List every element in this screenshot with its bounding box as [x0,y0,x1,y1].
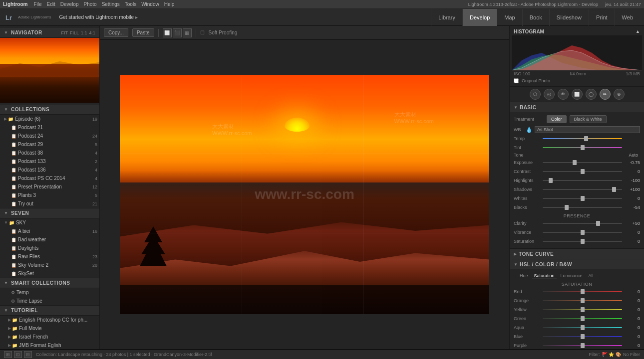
menu-develop[interactable]: Develop [60,1,79,7]
menu-edit[interactable]: Edit [47,1,55,7]
folder-podcast21[interactable]: 📋 Podcast 21 [0,123,99,132]
temp-slider[interactable] [543,138,622,139]
hsl-section-header[interactable]: ▼ HSL / Color / B&W [510,259,644,269]
color-treatment-btn[interactable]: Color [547,115,567,123]
zoom-4-1[interactable]: 4:1 [89,30,95,35]
exposure-thumb[interactable] [573,160,577,165]
compare-view-btn-status[interactable]: ⊟ [24,351,32,358]
folder-podcast133[interactable]: 📋 Podcast 133 2 [0,157,99,166]
saturation-slider[interactable] [543,241,622,242]
histogram-expand-btn[interactable]: ▲ [636,29,640,34]
aqua-slider[interactable] [543,327,622,328]
collections-header[interactable]: ▼ Collections [0,105,99,115]
red-slider[interactable] [543,291,622,292]
folder-skyvolume2[interactable]: 📋 Sky Volume 2 28 [0,261,99,269]
folder-jmb[interactable]: ▶ 📁 JMB Format Eglish [0,341,99,349]
hsl-tab-saturation[interactable]: Saturation [532,273,557,279]
navigator-header[interactable]: ▼ Navigator FIT FILL 1:1 4:1 [0,28,99,38]
orange-slider[interactable] [543,300,622,301]
loupe-view-btn[interactable]: ⬜ [163,28,172,37]
compare-view-btn[interactable]: ⬛ [173,28,182,37]
menu-settings[interactable]: Settings [102,1,120,7]
exposure-slider[interactable] [543,162,622,163]
spot-removal-btn[interactable]: ◎ [544,89,555,100]
zoom-fit[interactable]: FIT [61,30,68,35]
tab-library[interactable]: Library [431,9,462,26]
folder-plants[interactable]: 📋 Plants 3 5 [0,191,99,199]
vibrance-slider[interactable] [543,232,622,233]
contrast-thumb[interactable] [581,169,585,174]
vibrance-thumb[interactable] [581,230,585,235]
get-started-link[interactable]: Get started with Lightroom mobile ▸ [59,14,137,20]
aqua-thumb[interactable] [581,325,585,330]
folder-israel[interactable]: ▶ 📁 Israel French [0,333,99,341]
clarity-slider[interactable] [543,223,622,224]
folder-daylights[interactable]: 📋 Daylights [0,244,99,252]
tab-book[interactable]: Book [522,9,549,26]
folder-fullmovie[interactable]: ▶ 📁 Full Movie [0,324,99,333]
folder-skyset[interactable]: 📋 SkySet [0,269,99,278]
auto-btn[interactable]: Auto [627,153,640,158]
whites-slider[interactable] [543,198,622,199]
menu-file[interactable]: File [33,1,41,7]
redeye-btn[interactable]: 👁 [558,89,569,100]
zoom-fill[interactable]: FILL [70,30,79,35]
clarity-thumb[interactable] [596,221,600,226]
target-btn[interactable]: ⊕ [614,89,625,100]
wb-eyedropper-btn[interactable]: 💧 [526,127,533,133]
bw-treatment-btn[interactable]: Black & White [570,115,607,123]
tint-slider[interactable] [543,147,622,148]
purple-thumb[interactable] [581,343,585,348]
copy-button[interactable]: Copy... [104,28,128,37]
shadows-thumb[interactable] [612,187,616,192]
radial-filter-btn[interactable]: ◯ [586,89,597,100]
blacks-thumb[interactable] [565,205,569,210]
folder-badweather[interactable]: 📋 Bad weather [0,235,99,244]
tab-print[interactable]: Print [589,9,615,26]
folder-abiei[interactable]: 📋 A biei 16 [0,227,99,235]
folder-podcast24[interactable]: 📋 Podcast 24 24 [0,132,99,140]
folder-podcast38[interactable]: 📋 Podcast 38 4 [0,149,99,157]
navigator-preview[interactable] [0,38,99,103]
original-photo-checkbox[interactable] [514,78,519,83]
adjustment-brush-btn[interactable]: ✏ [600,89,611,100]
graduated-filter-btn[interactable]: ⬜ [572,89,583,100]
tab-map[interactable]: Map [497,9,522,26]
menu-help[interactable]: Help [164,1,175,7]
zoom-1-1[interactable]: 1:1 [81,30,87,35]
hsl-tab-all[interactable]: All [587,273,596,279]
blacks-slider[interactable] [543,207,622,208]
smartcollections-header[interactable]: ▼ Smart Collections [0,278,99,288]
green-thumb[interactable] [581,316,585,321]
contrast-slider[interactable] [543,171,622,172]
folder-temp[interactable]: ⚙ Temp [0,288,99,297]
blue-slider[interactable] [543,336,622,337]
folder-preset[interactable]: 📋 Preset Presentation 12 [0,182,99,191]
folder-podcast29[interactable]: 📋 Podcast 29 5 [0,140,99,149]
whites-thumb[interactable] [581,196,585,201]
seven-header[interactable]: ▼ Seven [0,208,99,218]
menu-tools[interactable]: Tools [125,1,136,7]
folder-podcast-ps[interactable]: 📋 Podcast PS CC 2014 4 [0,174,99,182]
folder-episode[interactable]: ▶ 📁 Épisode (6) 19 [0,115,99,123]
hsl-tab-hue[interactable]: Hue [518,273,530,279]
tab-develop[interactable]: Develop [462,9,497,26]
crop-tool-btn[interactable]: ⬡ [530,89,541,100]
blue-thumb[interactable] [581,334,585,339]
wb-dropdown[interactable]: As Shot [535,126,640,133]
folder-english-ps[interactable]: ▶ 📁 English Photoshop CC for ph... [0,316,99,324]
grid-view-btn[interactable]: ⊞ [4,351,12,358]
saturation-thumb[interactable] [581,239,585,244]
basic-section-header[interactable]: ▼ Basic [510,102,644,112]
folder-tryout[interactable]: 📋 Try out 21 [0,199,99,208]
survey-view-btn[interactable]: ▦ [183,28,192,37]
folder-timelapse[interactable]: ⚙ Time Lapse [0,297,99,305]
highlights-thumb[interactable] [549,178,553,183]
orange-thumb[interactable] [581,298,585,303]
tab-slideshow[interactable]: Slideshow [549,9,589,26]
loupe-view-btn-status[interactable]: ⊡ [14,351,22,358]
menu-photo[interactable]: Photo [84,1,97,7]
tone-curve-header[interactable]: ▶ Tone Curve [510,249,644,259]
folder-podcast136[interactable]: 📋 Podcast 136 4 [0,166,99,174]
folder-sky[interactable]: ▼ 📁 SKY [0,218,99,227]
